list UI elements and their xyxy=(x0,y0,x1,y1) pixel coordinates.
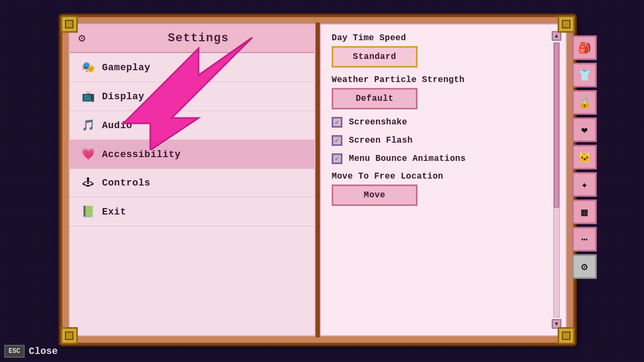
sidebar-icon-map[interactable]: ▦ xyxy=(572,200,597,224)
gameplay-icon: 🎭 xyxy=(80,61,96,74)
settings-gear-icon: ⚙ xyxy=(78,31,85,46)
button-weather-particle-strength[interactable]: Default xyxy=(332,88,418,109)
controls-icon: 🕹 xyxy=(80,176,96,189)
checkbox-screenshake[interactable] xyxy=(332,117,342,128)
settings-book: ⚙ Settings 🎭 Gameplay 📺 Display 🎵 Audio … xyxy=(60,15,575,345)
nav-item-gameplay[interactable]: 🎭 Gameplay xyxy=(70,53,314,82)
settings-header: ⚙ Settings xyxy=(70,25,314,53)
sidebar-icon-sparkle[interactable]: ✦ xyxy=(572,172,597,197)
sidebar-icon-backpack[interactable]: 🎒 xyxy=(572,35,597,60)
display-label: Display xyxy=(102,91,144,102)
sidebar-icon-shirt[interactable]: 👕 xyxy=(572,63,597,87)
settings-content: Day Time Speed Standard Weather Particle… xyxy=(321,25,566,335)
sidebar-icon-lock[interactable]: 🔒 xyxy=(572,90,597,115)
corner-decoration-tl xyxy=(61,16,78,33)
settings-title: Settings xyxy=(91,32,306,45)
sidebar-icon-dots[interactable]: ⋯ xyxy=(572,227,597,252)
setting-move-to-free-location: Move To Free Location Move xyxy=(332,172,555,206)
left-page: ⚙ Settings 🎭 Gameplay 📺 Display 🎵 Audio … xyxy=(69,24,316,336)
label-move-to-free-location: Move To Free Location xyxy=(332,172,555,181)
nav-item-accessibility[interactable]: 💗 Accessibility xyxy=(70,140,314,169)
display-icon: 📺 xyxy=(80,90,96,103)
accessibility-icon: 💗 xyxy=(80,147,96,161)
checkbox-screen-flash[interactable] xyxy=(332,135,342,146)
sidebar-icon-cat[interactable]: 🐱 xyxy=(572,145,597,169)
checkbox-menu-bounce-animations[interactable] xyxy=(332,153,342,164)
nav-item-controls[interactable]: 🕹 Controls xyxy=(70,169,314,197)
esc-key[interactable]: ESC xyxy=(4,345,25,358)
label-menu-bounce-animations: Menu Bounce Animations xyxy=(349,154,466,164)
close-label: Close xyxy=(29,346,58,357)
button-day-time-speed[interactable]: Standard xyxy=(332,46,418,68)
nav-item-audio[interactable]: 🎵 Audio xyxy=(70,111,314,140)
scroll-track xyxy=(553,42,560,317)
audio-icon: 🎵 xyxy=(80,119,96,132)
right-page: Day Time Speed Standard Weather Particle… xyxy=(320,24,567,336)
setting-screenshake: Screenshake xyxy=(332,117,555,128)
nav-item-exit[interactable]: 📗 Exit xyxy=(70,197,314,226)
sidebar-icon-gear[interactable]: ⚙ xyxy=(572,254,597,279)
setting-menu-bounce-animations: Menu Bounce Animations xyxy=(332,153,555,164)
esc-close-bar: ESC Close xyxy=(4,345,58,358)
audio-label: Audio xyxy=(102,120,133,131)
label-screenshake: Screenshake xyxy=(349,117,407,127)
scrollbar[interactable]: ▲ ▼ xyxy=(552,31,561,329)
corner-decoration-br xyxy=(558,327,575,344)
setting-day-time-speed: Day Time Speed Standard xyxy=(332,33,555,68)
button-move-to-free-location[interactable]: Move xyxy=(332,184,418,206)
nav-item-display[interactable]: 📺 Display xyxy=(70,82,314,111)
label-weather-particle-strength: Weather Particle Strength xyxy=(332,75,555,85)
right-sidebar: 🎒👕🔒❤️🐱✦▦⋯⚙ xyxy=(572,35,597,279)
scroll-thumb[interactable] xyxy=(554,43,559,208)
setting-weather-particle-strength: Weather Particle Strength Default xyxy=(332,75,555,109)
label-screen-flash: Screen Flash xyxy=(349,136,413,145)
nav-list: 🎭 Gameplay 📺 Display 🎵 Audio 💗 Accessibi… xyxy=(70,53,314,226)
sidebar-icon-heart[interactable]: ❤️ xyxy=(572,117,597,142)
exit-label: Exit xyxy=(102,206,126,217)
corner-decoration-tr xyxy=(558,16,575,33)
controls-label: Controls xyxy=(102,178,150,188)
corner-decoration-bl xyxy=(61,327,78,344)
exit-icon: 📗 xyxy=(80,205,96,218)
accessibility-label: Accessibility xyxy=(102,149,181,160)
gameplay-label: Gameplay xyxy=(102,62,150,73)
label-day-time-speed: Day Time Speed xyxy=(332,33,555,43)
setting-screen-flash: Screen Flash xyxy=(332,135,555,146)
